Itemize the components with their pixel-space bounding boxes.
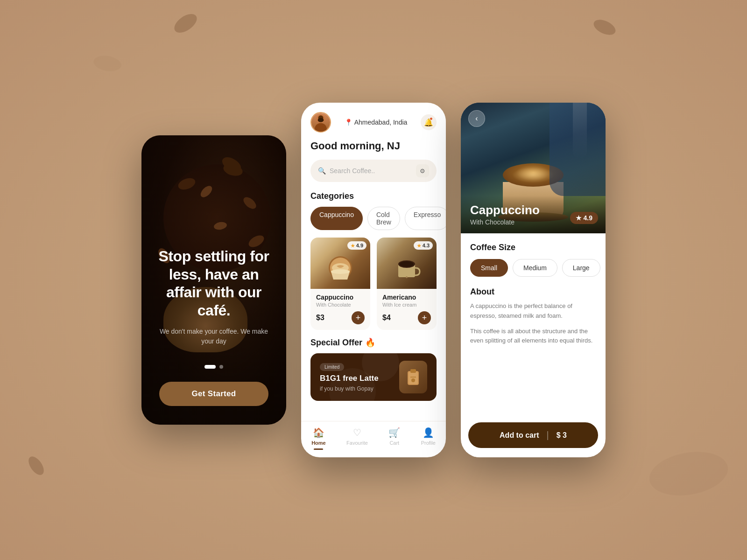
product-footer-americano: $4 + xyxy=(377,308,437,324)
product-info-cappuccino: Cappuccino With Chocolate xyxy=(310,289,370,308)
nav-cart-label: Cart xyxy=(389,440,399,446)
size-medium[interactable]: Medium xyxy=(513,259,557,277)
svg-rect-14 xyxy=(409,372,418,384)
divider: | xyxy=(547,430,549,441)
svg-point-11 xyxy=(400,261,414,267)
product-image-cappuccino: ★ 4.9 xyxy=(310,238,370,289)
filter-icon[interactable]: ⚙ xyxy=(416,164,429,177)
about-text-2: This coffee is all about the structure a… xyxy=(470,327,596,346)
size-options: Small Medium Large xyxy=(470,259,596,277)
product-price: $4 xyxy=(382,314,391,322)
bottom-navigation: 🏠 Home ♡ Favourite 🛒 Cart 👤 Profile xyxy=(301,421,446,457)
svg-point-12 xyxy=(406,276,408,278)
back-button[interactable]: ‹ xyxy=(468,110,485,127)
add-to-cart-button[interactable]: Add to cart | $ 3 xyxy=(468,422,598,448)
about-text-1: A cappuccino is the perfect balance of e… xyxy=(470,301,596,321)
heart-icon: ♡ xyxy=(353,427,361,438)
search-bar[interactable]: 🔍 Search Coffee.. ⚙ xyxy=(310,160,437,182)
nav-favourite-label: Favourite xyxy=(346,440,368,446)
special-offer-section: Special Offer 🔥 Limited B1G1 free Latte … xyxy=(301,337,446,408)
add-to-cart-label: Add to cart xyxy=(500,431,539,440)
profile-icon: 👤 xyxy=(423,427,434,438)
product-subtitle: With Ice cream xyxy=(382,302,431,308)
category-expresso[interactable]: Expresso xyxy=(405,207,446,230)
size-title: Coffee Size xyxy=(470,243,596,252)
offer-image xyxy=(399,361,427,393)
detail-screen: ‹ Cappuccino With Chocolate ★ 4.9 xyxy=(461,103,606,457)
notification-bell[interactable]: 🔔 xyxy=(421,114,437,130)
nav-profile[interactable]: 👤 Profile xyxy=(421,427,436,450)
category-cappuccino[interactable]: Cappuccino xyxy=(310,207,363,230)
add-to-cart-price: $ 3 xyxy=(557,431,567,440)
avatar-image xyxy=(311,113,330,132)
product-info-americano: Americano With Ice cream xyxy=(377,289,437,308)
svg-point-17 xyxy=(411,378,415,382)
product-card-americano[interactable]: ★ 4.3 Americano With Ice cream $4 + xyxy=(377,238,437,330)
about-title: About xyxy=(470,287,596,297)
home-screen: 📍 Ahmedabad, India 🔔 Good morning, NJ 🔍 … xyxy=(301,103,446,457)
splash-headline: Stop settling for less, have an affair w… xyxy=(153,247,275,319)
rating-cappuccino: ★ 4.9 xyxy=(347,241,366,250)
limited-badge: Limited xyxy=(320,363,344,371)
location-display[interactable]: 📍 Ahmedabad, India xyxy=(345,119,408,126)
star-icon: ★ xyxy=(576,214,582,222)
offer-subtitle: if you buy with Gopay xyxy=(320,385,379,392)
nav-cart[interactable]: 🛒 Cart xyxy=(388,427,400,450)
location-text: Ahmedabad, India xyxy=(354,119,408,126)
product-footer-cappuccino: $3 + xyxy=(310,308,370,324)
search-input-area: 🔍 Search Coffee.. xyxy=(318,167,412,175)
product-name: Americano xyxy=(382,294,431,301)
product-name: Cappuccino xyxy=(316,294,365,301)
categories-list: Cappuccino Cold Brew Expresso xyxy=(301,207,446,238)
search-placeholder: Search Coffee.. xyxy=(330,167,375,175)
greeting: Good morning, NJ xyxy=(301,138,446,160)
product-card-cappuccino[interactable]: ★ 4.9 Cappuccino With Chocolate $3 + xyxy=(310,238,370,330)
svg-point-7 xyxy=(331,269,350,274)
categories-title: Categories xyxy=(301,191,446,207)
detail-content: Coffee Size Small Medium Large About A c… xyxy=(461,233,606,422)
home-header: 📍 Ahmedabad, India 🔔 xyxy=(301,103,446,138)
size-small[interactable]: Small xyxy=(470,259,508,277)
product-price: $3 xyxy=(316,314,324,322)
rating-value: 4.9 xyxy=(584,214,592,222)
pagination-dots xyxy=(153,365,275,369)
products-grid: ★ 4.9 Cappuccino With Chocolate $3 + xyxy=(301,238,446,337)
detail-hero: ‹ Cappuccino With Chocolate ★ 4.9 xyxy=(461,103,606,233)
location-icon: 📍 xyxy=(345,119,352,126)
nav-underline xyxy=(314,448,323,450)
nav-favourite[interactable]: ♡ Favourite xyxy=(346,427,368,450)
search-icon: 🔍 xyxy=(318,167,326,175)
add-cappuccino-button[interactable]: + xyxy=(352,311,365,324)
cart-icon: 🛒 xyxy=(388,427,400,438)
add-americano-button[interactable]: + xyxy=(418,311,431,324)
special-offer-title: Special Offer 🔥 xyxy=(310,337,437,348)
dot-inactive xyxy=(219,365,223,369)
product-image-americano: ★ 4.3 xyxy=(377,238,437,289)
nav-home[interactable]: 🏠 Home xyxy=(311,427,326,450)
fire-emoji: 🔥 xyxy=(365,337,375,348)
product-subtitle: With Chocolate xyxy=(316,302,365,308)
rating-value: 4.3 xyxy=(423,243,430,248)
detail-rating: ★ 4.9 xyxy=(570,212,598,224)
notification-dot xyxy=(430,117,433,120)
splash-screen: Stop settling for less, have an affair w… xyxy=(141,135,286,425)
avatar[interactable] xyxy=(310,112,331,133)
nav-profile-label: Profile xyxy=(421,440,436,446)
star-icon: ★ xyxy=(351,243,355,248)
rating-value: 4.9 xyxy=(356,243,363,248)
star-icon: ★ xyxy=(417,243,421,248)
offer-banner[interactable]: Limited B1G1 free Latte if you buy with … xyxy=(310,353,437,401)
svg-point-3 xyxy=(318,118,324,122)
svg-point-1 xyxy=(315,123,326,132)
splash-subtext: We don't make your coffee. We make your … xyxy=(153,327,275,346)
svg-rect-15 xyxy=(410,369,416,373)
rating-americano: ★ 4.3 xyxy=(414,241,433,250)
category-cold-brew[interactable]: Cold Brew xyxy=(367,207,400,230)
offer-text: Limited B1G1 free Latte if you buy with … xyxy=(320,362,379,392)
offer-title: B1G1 free Latte xyxy=(320,374,379,383)
dot-active xyxy=(204,365,216,369)
home-icon: 🏠 xyxy=(313,427,324,438)
size-large[interactable]: Large xyxy=(562,259,600,277)
nav-home-label: Home xyxy=(311,440,326,446)
get-started-button[interactable]: Get Started xyxy=(159,382,269,406)
